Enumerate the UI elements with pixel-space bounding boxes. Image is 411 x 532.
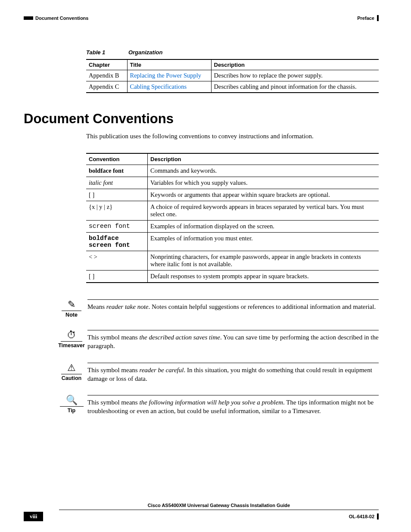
cell-convention: [ ] (86, 189, 148, 201)
cell-chapter: Appendix B (86, 70, 127, 81)
cell-desc: Nonprinting characters, for example pass… (148, 251, 379, 271)
timesaver-callout: ⏱ Timesaver This symbol means the descri… (59, 330, 379, 351)
table-number: Table 1 (86, 49, 105, 56)
caution-label: Caution (62, 375, 82, 381)
note-icon: ✎ (62, 299, 81, 311)
table-title: Organization (128, 49, 162, 56)
cell-desc: Examples of information displayed on the… (148, 221, 379, 233)
cell-convention: [ ] (86, 271, 148, 283)
cell-convention: italic font (86, 177, 148, 189)
table-row: Appendix C Cabling Specifications Descri… (86, 81, 379, 93)
tip-callout: 🔍 Tip This symbol means the following in… (59, 395, 379, 416)
page-footer: Cisco AS5400XM Universal Gateway Chassis… (24, 501, 379, 521)
table-caption: Table 1 Organization (86, 49, 379, 56)
table-row: boldface fontCommands and keywords. (86, 165, 379, 177)
table-row: screen fontExamples of information displ… (86, 221, 379, 233)
cell-convention: boldface font (86, 165, 148, 177)
caution-callout: ⚠ Caution This symbol means reader be ca… (59, 363, 379, 383)
cell-convention: {x | y | z} (86, 201, 148, 221)
col-convention: Convention (86, 153, 148, 165)
page-number: viii (24, 512, 43, 521)
timesaver-icon: ⏱ (61, 330, 82, 342)
note-label: Note (65, 312, 78, 318)
cell-convention: < > (86, 251, 148, 271)
cell-desc: Describes cabling and pinout information… (211, 81, 379, 93)
cell-desc: A choice of required keywords appears in… (148, 201, 379, 221)
link-cabling-specs[interactable]: Cabling Specifications (130, 83, 187, 90)
table-row: Appendix B Replacing the Power Supply De… (86, 70, 379, 81)
table-row: {x | y | z}A choice of required keywords… (86, 201, 379, 221)
tip-label: Tip (68, 408, 76, 414)
link-replacing-power-supply[interactable]: Replacing the Power Supply (130, 72, 202, 79)
col-description: Description (211, 59, 379, 70)
cell-desc: Commands and keywords. (148, 165, 379, 177)
intro-paragraph: This publication uses the following conv… (86, 133, 379, 140)
table-header-row: Chapter Title Description (86, 59, 379, 70)
cell-desc: Describes how to replace the power suppl… (211, 70, 379, 81)
organization-table: Chapter Title Description Appendix B Rep… (86, 59, 379, 93)
cell-desc: Keywords or arguments that appear within… (148, 189, 379, 201)
table-row: italic fontVariables for which you suppl… (86, 177, 379, 189)
tip-icon: 🔍 (60, 395, 84, 407)
page-header: Document Conventions Preface (24, 15, 379, 21)
doc-id: OL-6418-02 (349, 514, 374, 519)
cell-convention: boldface screen font (86, 233, 148, 251)
cell-desc: Default responses to system prompts appe… (148, 271, 379, 283)
section-heading: Document Conventions (24, 111, 379, 127)
cell-desc: Examples of information you must enter. (148, 233, 379, 251)
timesaver-label: Timesaver (58, 342, 85, 348)
table-row: boldface screen fontExamples of informat… (86, 233, 379, 251)
caution-icon: ⚠ (61, 363, 82, 374)
table-row: [ ]Default responses to system prompts a… (86, 271, 379, 283)
cell-desc: Variables for which you supply values. (148, 177, 379, 189)
tip-body: This symbol means the following informat… (87, 395, 379, 416)
footer-decor-bar (377, 513, 379, 520)
caution-body: This symbol means reader be careful. In … (87, 363, 379, 383)
header-decor-bar (24, 16, 33, 20)
table-row: < >Nonprinting characters, for example p… (86, 251, 379, 271)
col-chapter: Chapter (86, 59, 127, 70)
running-head-left: Document Conventions (35, 16, 88, 21)
note-body: Means reader take note. Notes contain he… (87, 299, 379, 311)
table-header-row: Convention Description (86, 153, 379, 165)
table-row: [ ]Keywords or arguments that appear wit… (86, 189, 379, 201)
cell-convention: screen font (86, 221, 148, 233)
cell-chapter: Appendix C (86, 81, 127, 93)
col-title: Title (127, 59, 211, 70)
timesaver-body: This symbol means the described action s… (87, 330, 379, 351)
conventions-table: Convention Description boldface fontComm… (86, 153, 379, 283)
footer-guide-title: Cisco AS5400XM Universal Gateway Chassis… (148, 503, 290, 508)
note-callout: ✎ Note Means reader take note. Notes con… (59, 299, 379, 318)
running-head-right: Preface (357, 16, 374, 21)
col-description: Description (148, 153, 379, 165)
header-decor-bar (377, 15, 379, 21)
